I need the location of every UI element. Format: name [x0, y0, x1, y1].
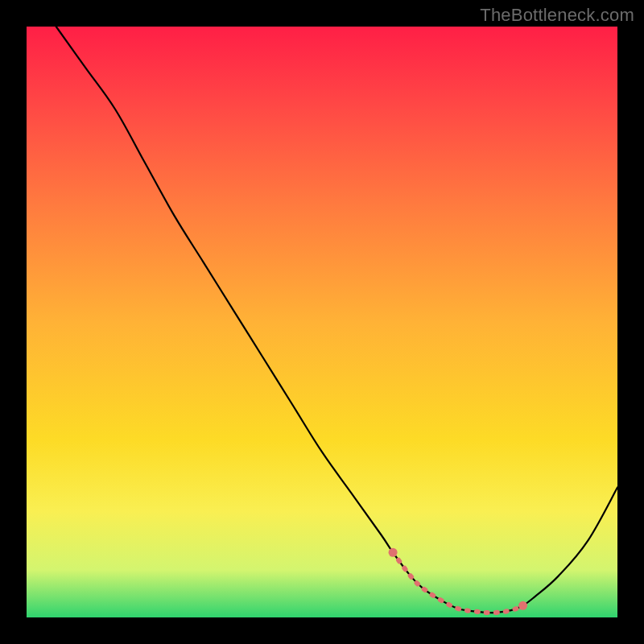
chart-canvas	[27, 27, 617, 617]
highlight-markers	[389, 548, 527, 613]
bottleneck-curve	[56, 27, 617, 613]
chart-frame: TheBottleneck.com	[0, 0, 644, 644]
highlight-dotted-line	[393, 552, 522, 613]
gradient-background	[27, 27, 617, 617]
highlight-endpoint	[389, 548, 398, 557]
highlight-endpoint	[518, 601, 527, 610]
watermark-label: TheBottleneck.com	[480, 5, 634, 26]
